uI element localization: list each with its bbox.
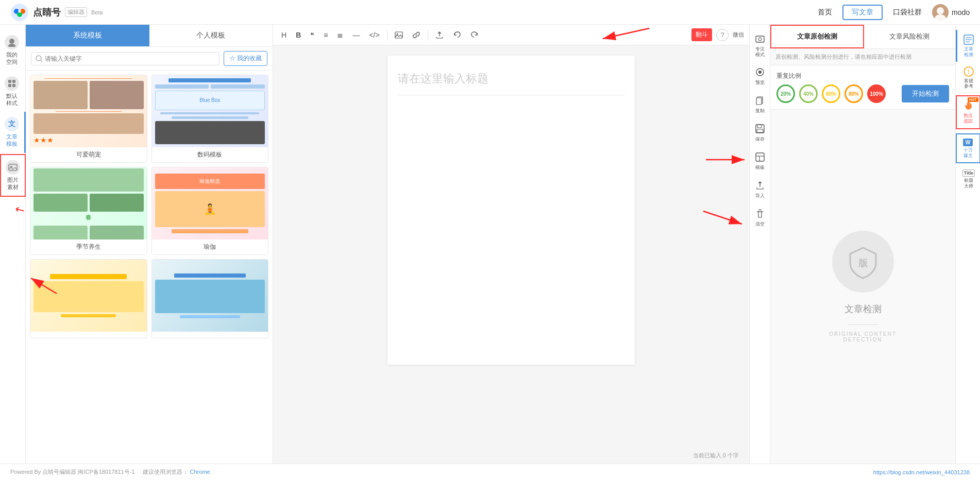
toolbar-image-button[interactable] [392, 29, 406, 41]
w-badge: W [963, 139, 973, 146]
toolbar-undo-icon [453, 31, 461, 39]
nav-right: 首页 写文章 口袋社群 modo [818, 4, 970, 21]
fan-dou-button[interactable]: 翻斗 [691, 28, 712, 41]
help-button[interactable]: ? [716, 29, 729, 41]
toolbar-upload-icon [435, 31, 444, 39]
svg-rect-27 [757, 125, 762, 128]
far-right-article-check[interactable]: 文章检测 [956, 30, 981, 62]
template-card-yoga[interactable]: 瑜伽精选 🧘 瑜伽 [151, 167, 269, 255]
template-card-digital[interactable]: Blue Box 数码模板 [151, 75, 269, 163]
template-grid-container: ★★★ 可爱萌宠 [26, 71, 273, 464]
mini-tool-template[interactable]: 模板 [750, 147, 770, 175]
editor-title-placeholder: 请在这里输入标题 [398, 71, 624, 95]
template-card-extra2-image [152, 260, 268, 332]
editor-footer: 当前已输入 0 个字 [273, 448, 749, 464]
sidebar-item-default-style[interactable]: 默认样式 [0, 71, 26, 112]
editor-panel: H B ❝ ≡ ≣ — </> 翻斗 [273, 25, 749, 464]
ratio-circle-100[interactable]: 100% [867, 84, 886, 103]
editor-paper[interactable]: 请在这里输入标题 [387, 56, 635, 365]
svg-rect-18 [395, 32, 402, 38]
export-icon [754, 179, 766, 192]
mini-tool-focus[interactable]: 专注模式 [750, 29, 770, 62]
toolbar-upload-button[interactable] [432, 29, 447, 41]
toolbar-list2-button[interactable]: ≣ [334, 29, 346, 41]
collect-button[interactable]: ☆ 我的收藏 [224, 51, 267, 66]
objective-ref-icon: ! [963, 66, 974, 77]
toolbar-quote-button[interactable]: ❝ [307, 29, 317, 41]
template-card-cute-image: ★★★ [30, 75, 147, 147]
toolbar-link-button[interactable] [409, 29, 424, 41]
start-detect-button[interactable]: 开始检测 [902, 85, 949, 102]
toolbar-list-button[interactable]: ≡ [320, 29, 331, 41]
mini-tool-export[interactable]: 导入 [750, 175, 770, 203]
nav-home-link[interactable]: 首页 [818, 8, 832, 17]
ratio-circle-80[interactable]: 80% [844, 84, 863, 103]
toolbar-hr-button[interactable]: — [349, 29, 363, 41]
article-check-icon [963, 34, 974, 45]
svg-rect-28 [757, 129, 763, 132]
tab-risk-detection[interactable]: 文章风险检测 [864, 25, 956, 48]
red-arrow-container: ↖ [0, 203, 25, 216]
far-right-article-check-label: 文章检测 [964, 46, 973, 58]
toolbar-code-button[interactable]: </> [366, 29, 382, 41]
footer-url[interactable]: https://blog.csdn.net/weixin_44031238 [873, 469, 970, 475]
svg-point-6 [937, 7, 944, 14]
user-area: modo [932, 4, 970, 21]
template-card-extra2[interactable] [151, 259, 269, 338]
powered-by-text: Powered By 点睛号编辑器 闽ICP备18017811号-1 [10, 468, 134, 476]
suggest-browser-text: 建议使用浏览器： Chrome [143, 468, 210, 476]
detection-shield-icon: 版 [832, 231, 894, 293]
tab-system-template[interactable]: 系统模板 [26, 25, 149, 46]
preview-icon [754, 66, 766, 78]
image-material-icon [6, 160, 20, 175]
mini-tool-save[interactable]: 保存 [750, 118, 770, 147]
beta-badge: Beta [91, 9, 103, 15]
template-card-cute[interactable]: ★★★ 可爱萌宠 [30, 75, 147, 163]
svg-rect-12 [8, 84, 11, 87]
sidebar-item-article-template[interactable]: 文 文章模板 [0, 112, 26, 153]
far-right-objective-ref[interactable]: ! 客观参考 [956, 62, 981, 94]
svg-text:!: ! [968, 68, 970, 76]
ratio-circle-40[interactable]: 40% [799, 84, 818, 103]
far-right-hot-trend-label: 热点追踪 [964, 113, 973, 124]
search-input[interactable] [45, 55, 215, 62]
template-card-yoga-label: 瑜伽 [152, 239, 268, 254]
logo-app-name: 点睛号 [33, 6, 61, 19]
sidebar-item-my-space[interactable]: 我的空间 [0, 30, 26, 71]
mini-tool-template-label: 模板 [755, 164, 765, 171]
toolbar-bold-button[interactable]: B [293, 29, 304, 41]
toolbar-heading-button[interactable]: H [278, 29, 290, 41]
template-tabs: 系统模板 个人模板 [26, 25, 273, 47]
ratio-circle-60[interactable]: 60% [822, 84, 840, 103]
star-icon: ☆ [229, 55, 235, 62]
hot-trend-icon [962, 100, 974, 112]
chrome-link[interactable]: Chrome [190, 469, 210, 475]
mini-tool-save-label: 保存 [755, 136, 765, 143]
sidebar-item-image-material[interactable]: 图片素材 [0, 154, 26, 197]
mini-tool-clear[interactable]: 清空 [750, 203, 770, 232]
template-card-extra2-label [152, 332, 268, 338]
template-panel: 系统模板 个人模板 ☆ 我的收藏 [26, 25, 273, 464]
tab-original-detection[interactable]: 文章原创检测 [770, 25, 864, 48]
svg-point-4 [18, 10, 21, 13]
sidebar-label-default-style: 默认样式 [6, 92, 18, 107]
mini-tool-preview[interactable]: 预览 [750, 62, 770, 90]
detection-main: 版 文章检测 ORIGINAL CONTENT DETECTION [770, 110, 955, 464]
nav-community-link[interactable]: 口袋社群 [893, 8, 922, 17]
title-badge: Title [962, 169, 975, 177]
far-right-sidebar: 文章检测 ! 客观参考 HOT 热点追踪 W 十万爆文 Title 标题大师 [955, 25, 980, 464]
toolbar-redo-button[interactable] [467, 29, 482, 41]
tab-personal-template[interactable]: 个人模板 [149, 25, 273, 46]
mini-tool-copy[interactable]: 复制 [750, 90, 770, 118]
far-right-title-master[interactable]: Title 标题大师 [956, 165, 981, 193]
template-grid-bottom [30, 259, 268, 338]
toolbar-image-icon [395, 31, 403, 39]
nav-write-button[interactable]: 写文章 [842, 5, 883, 20]
far-right-ten-thousand-label: 十万爆文 [964, 147, 973, 159]
toolbar-undo-button[interactable] [450, 29, 464, 41]
far-right-hot-trend[interactable]: HOT 热点追踪 [956, 95, 981, 129]
template-card-spring[interactable]: 春 季节养生 [30, 167, 147, 255]
template-card-extra1[interactable] [30, 259, 147, 338]
ratio-circle-20[interactable]: 20% [776, 84, 795, 103]
far-right-ten-thousand[interactable]: W 十万爆文 [956, 133, 981, 164]
